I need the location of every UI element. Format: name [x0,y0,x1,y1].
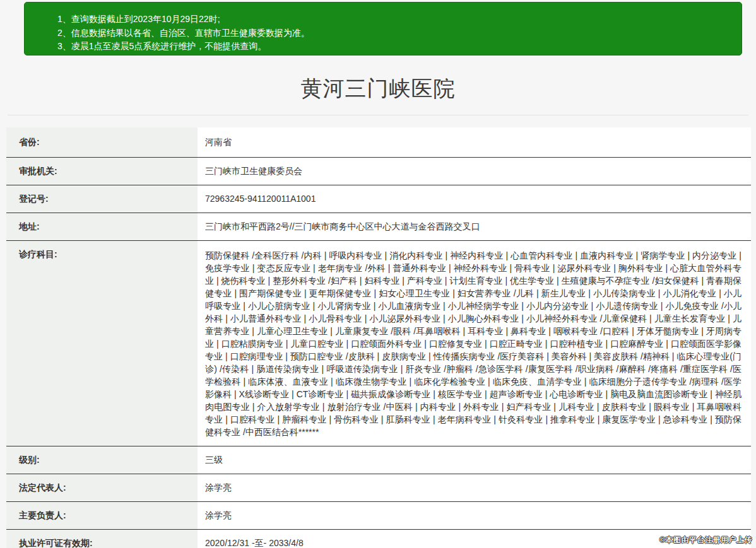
field-label: 主要负责人: [6,502,198,529]
hospital-info-table: 省份: 河南省 审批机关: 三门峡市卫生健康委员会 登记号: 72963245-… [6,127,751,548]
page-title: 黄河三门峡医院 [0,74,756,103]
notice-item: 1、查询数据截止到2023年10月29日22时; [57,13,729,26]
field-label: 法定代表人: [6,474,198,501]
notice-banner: 1、查询数据截止到2023年10月29日22时; 2、信息数据结果以各省、自治区… [24,2,742,55]
title-section: 黄河三门峡医院 [0,55,756,115]
field-label: 诊疗科目: [6,241,198,446]
field-value: 涂学亮 [198,502,751,529]
title-divider [8,115,748,115]
field-value: 河南省 [198,127,751,157]
field-label: 执业许可证有效期: [6,530,198,548]
field-value: 预防保健科 /全科医疗科 /内科 | 呼吸内科专业 | 消化内科专业 | 神经内… [198,241,751,446]
field-label: 级别: [6,446,198,474]
field-value: 涂学亮 [198,474,751,501]
table-row-level: 级别: 三级 [6,446,751,474]
table-row-province: 省份: 河南省 [6,127,751,158]
uploader-watermark: ©本图由平台注册用户上传 [659,535,752,545]
table-row-legal-representative: 法定代表人: 涂学亮 [6,474,751,502]
field-value: 三级 [198,446,751,474]
table-row-license-validity: 执业许可证有效期: 2020/12/31 -至- 2033/4/8 [6,530,751,548]
table-row-registration-number: 登记号: 72963245-941120011A1001 [6,185,751,213]
notice-item: 3、凌晨1点至凌晨5点系统进行维护，不能提供查询。 [57,40,729,54]
field-label: 省份: [6,127,198,157]
table-row-medical-subjects: 诊疗科目: 预防保健科 /全科医疗科 /内科 | 呼吸内科专业 | 消化内科专业… [6,241,751,446]
field-value: 三门峡市和平西路2号//三门峡市商务中心区中心大道与金谷西路交叉口 [198,213,751,240]
field-value: 72963245-941120011A1001 [198,185,751,213]
table-row-address: 地址: 三门峡市和平西路2号//三门峡市商务中心区中心大道与金谷西路交叉口 [6,213,751,241]
field-value: 三门峡市卫生健康委员会 [198,158,751,185]
table-row-main-responsible-person: 主要负责人: 涂学亮 [6,502,751,530]
field-label: 登记号: [6,185,198,213]
field-label: 审批机关: [6,158,198,185]
table-row-approval-authority: 审批机关: 三门峡市卫生健康委员会 [6,158,751,185]
notice-item: 2、信息数据结果以各省、自治区、直辖市卫生健康委数据为准。 [57,26,729,40]
field-label: 地址: [6,213,198,240]
